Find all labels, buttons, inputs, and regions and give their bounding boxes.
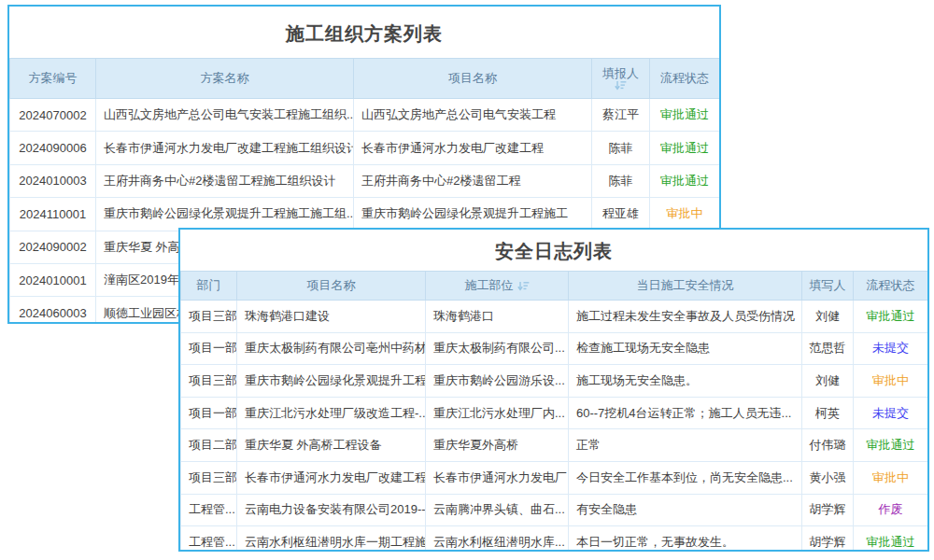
cell-link-plan-no[interactable]: 2024090006: [10, 132, 96, 164]
table-row: 项目三部长春市伊通河水力发电厂改建工程长春市伊通河水力发电厂今日安全工作基本到位…: [181, 461, 928, 494]
table-row: 项目二部重庆华夏 外高桥工程设备重庆华夏外高桥正常付伟璐审批通过: [181, 429, 928, 462]
cell-link-project-name[interactable]: 山西弘文房地产总公司电气安装工程: [354, 99, 592, 132]
cell-link-writer[interactable]: 胡学辉: [802, 526, 854, 552]
cell-status: 审批中: [854, 365, 928, 398]
column-header-label: 流程状态: [867, 277, 915, 294]
cell-status: 审批通过: [650, 164, 720, 197]
cell-text-work-location: 长春市伊通河水力发电厂: [426, 461, 569, 494]
column-header-label: 填报人: [602, 66, 639, 80]
column-header-label: 项目名称: [307, 277, 356, 294]
cell-text-department: 项目一部: [181, 397, 237, 429]
cell-status: 审批通过: [650, 132, 720, 164]
cell-text-work-location: 云南水利枢纽潜明水库...: [426, 526, 569, 552]
cell-link-project-name[interactable]: 重庆市鹅岭公园绿化景观提升工程...: [237, 365, 426, 398]
column-header-daily-safety: 当日施工安全情况: [569, 272, 802, 301]
cell-link-reporter[interactable]: 陈菲: [592, 164, 650, 197]
cell-text-daily-safety: 检查施工现场无安全隐患: [569, 332, 802, 365]
cell-link-plan-no[interactable]: 2024060003: [10, 297, 96, 324]
sort-amount-icon[interactable]: [615, 80, 627, 91]
table-row: 2024010003王府井商务中心#2楼遗留工程施工组织设计王府井商务中心#2楼…: [10, 164, 720, 197]
table-row: 工程管...云南电力设备安装有限公司2019--...云南腾冲界头镇、曲石...…: [181, 494, 928, 526]
cell-text-department: 项目三部: [181, 301, 237, 333]
cell-link-project-name[interactable]: 长春市伊通河水力发电厂改建工程: [354, 132, 592, 164]
column-header-work-location[interactable]: 施工部位: [426, 272, 569, 301]
cell-link-plan-name[interactable]: 长春市伊通河水力发电厂改建工程施工组织设计: [96, 132, 354, 164]
cell-link-writer[interactable]: 付伟璐: [802, 429, 854, 462]
cell-link-plan-name[interactable]: 重庆市鹅岭公园绿化景观提升工程施工施工组...: [96, 198, 354, 231]
cell-link-project-name[interactable]: 王府井商务中心#2楼遗留工程: [354, 164, 592, 197]
column-header-label: 填写人: [810, 277, 846, 294]
cell-link-writer[interactable]: 胡学辉: [802, 494, 854, 526]
cell-link-reporter[interactable]: 程亚雄: [592, 198, 650, 231]
cell-link-plan-no[interactable]: 2024010003: [10, 164, 96, 197]
column-header-writer: 填写人: [802, 272, 854, 301]
column-header-label: 方案编号: [29, 70, 78, 87]
cell-link-plan-no[interactable]: 2024070002: [10, 99, 96, 132]
cell-link-project-name[interactable]: 重庆江北污水处理厂级改造工程-...: [237, 397, 426, 429]
construction-plan-list-title: 施工组织方案列表: [9, 7, 719, 58]
table-row: 工程管...云南水利枢纽潜明水库一期工程施...云南水利枢纽潜明水库...本日一…: [181, 526, 928, 552]
cell-link-reporter[interactable]: 蔡江平: [592, 99, 650, 132]
column-header-department: 部门: [181, 272, 237, 301]
cell-link-plan-no[interactable]: 2024010001: [10, 263, 96, 296]
sort-amount-icon[interactable]: [517, 281, 530, 291]
cell-status: 未提交: [854, 397, 928, 429]
cell-link-writer[interactable]: 范思哲: [802, 332, 854, 365]
cell-link-project-name[interactable]: 珠海鹤港口建设: [237, 301, 426, 333]
cell-text-department: 项目三部: [181, 365, 237, 398]
cell-link-project-name[interactable]: 云南电力设备安装有限公司2019--...: [237, 494, 426, 526]
cell-link-project-name[interactable]: 重庆太极制药有限公司亳州中药材...: [237, 332, 426, 365]
cell-link-writer[interactable]: 柯英: [802, 397, 854, 429]
cell-text-work-location: 重庆江北污水处理厂内...: [426, 397, 569, 429]
cell-text-work-location: 云南腾冲界头镇、曲石...: [426, 494, 569, 526]
cell-link-project-name[interactable]: 长春市伊通河水力发电厂改建工程: [237, 461, 426, 494]
column-header-project-name: 项目名称: [354, 59, 592, 99]
cell-status: 作废: [854, 494, 928, 526]
cell-status: 审批通过: [854, 526, 928, 552]
cell-text-daily-safety: 正常: [569, 429, 802, 462]
cell-status: 未提交: [854, 332, 928, 365]
cell-status: 审批中: [854, 461, 928, 494]
cell-status: 审批通过: [854, 429, 928, 462]
column-header-label: 当日施工安全情况: [637, 277, 734, 294]
cell-status: 审批中: [650, 198, 720, 231]
table-header-row: 方案编号方案名称项目名称填报人流程状态: [10, 59, 720, 99]
column-header-label: 项目名称: [448, 70, 497, 87]
cell-text-department: 工程管...: [181, 494, 237, 526]
cell-text-department: 项目二部: [181, 429, 237, 462]
table-row: 项目三部重庆市鹅岭公园绿化景观提升工程...重庆市鹅岭公园游乐设...施工现场无…: [181, 365, 928, 398]
table-row: 项目三部珠海鹤港口建设珠海鹤港口施工过程未发生安全事故及人员受伤情况刘健审批通过: [181, 301, 928, 333]
cell-text-work-location: 重庆华夏外高桥: [426, 429, 569, 462]
cell-text-department: 项目一部: [181, 332, 237, 365]
cell-link-plan-no[interactable]: 2024090002: [10, 231, 96, 263]
column-header-project-name: 项目名称: [237, 272, 426, 301]
cell-status: 审批通过: [854, 301, 928, 333]
cell-text-department: 项目三部: [181, 461, 237, 494]
column-header-flow-status: 流程状态: [854, 272, 928, 301]
cell-text-daily-safety: 本日一切正常，无事故发生。: [569, 526, 802, 552]
column-header-label: 方案名称: [201, 70, 249, 87]
column-header-label: 施工部位: [465, 277, 514, 294]
cell-link-project-name[interactable]: 云南水利枢纽潜明水库一期工程施...: [237, 526, 426, 552]
column-header-flow-status: 流程状态: [650, 59, 720, 99]
cell-link-project-name[interactable]: 重庆华夏 外高桥工程设备: [237, 429, 426, 462]
cell-link-writer[interactable]: 黄小强: [802, 461, 854, 494]
table-row: 2024110001重庆市鹅岭公园绿化景观提升工程施工施工组...重庆市鹅岭公园…: [10, 198, 720, 231]
cell-link-writer[interactable]: 刘健: [802, 365, 854, 398]
table-row: 项目一部重庆江北污水处理厂级改造工程-...重庆江北污水处理厂内...60--7…: [181, 397, 928, 429]
cell-link-writer[interactable]: 刘健: [802, 301, 854, 333]
cell-link-plan-no[interactable]: 2024110001: [10, 198, 96, 231]
cell-link-plan-name[interactable]: 山西弘文房地产总公司电气安装工程施工组织...: [96, 99, 354, 132]
cell-link-project-name[interactable]: 重庆市鹅岭公园绿化景观提升工程施工: [354, 198, 592, 231]
cell-link-reporter[interactable]: 陈菲: [592, 132, 650, 164]
cell-text-daily-safety: 有安全隐患: [569, 494, 802, 526]
cell-status: 审批通过: [650, 99, 720, 132]
column-header-plan-name: 方案名称: [96, 59, 354, 99]
safety-log-list-panel: 安全日志列表 部门项目名称施工部位当日施工安全情况填写人流程状态 项目三部珠海鹤…: [178, 228, 929, 552]
cell-text-department: 工程管...: [181, 526, 237, 552]
table-row: 2024090006长春市伊通河水力发电厂改建工程施工组织设计长春市伊通河水力发…: [10, 132, 720, 164]
column-header-reporter[interactable]: 填报人: [592, 59, 650, 99]
cell-text-daily-safety: 今日安全工作基本到位，尚无安全隐患...: [569, 461, 802, 494]
cell-link-plan-name[interactable]: 王府井商务中心#2楼遗留工程施工组织设计: [96, 164, 354, 197]
cell-text-daily-safety: 施工过程未发生安全事故及人员受伤情况: [569, 301, 802, 333]
